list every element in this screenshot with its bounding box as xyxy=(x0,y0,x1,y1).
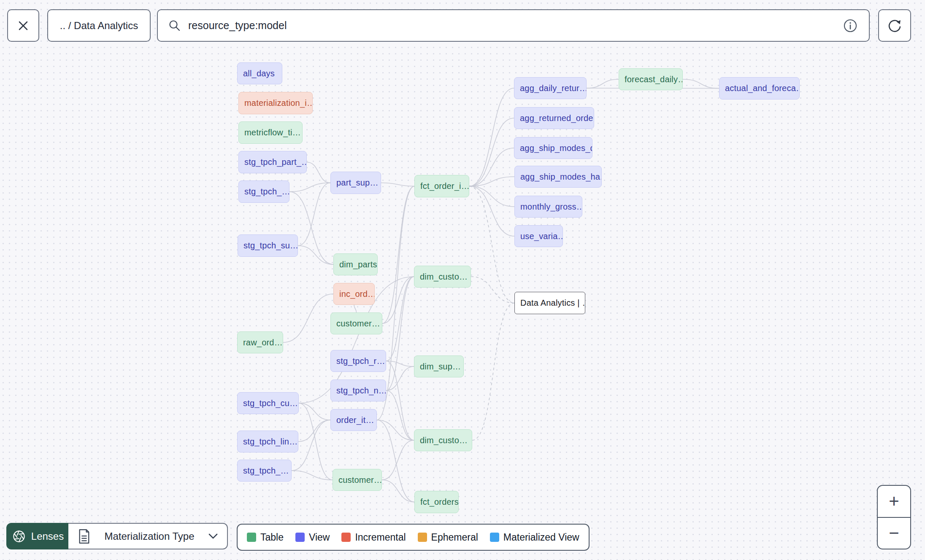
graph-edge xyxy=(382,480,414,502)
graph-edge xyxy=(469,186,514,303)
zoom-control[interactable]: + − xyxy=(877,485,911,549)
graph-node-materialization_i[interactable]: materialization_i… xyxy=(238,92,313,114)
graph-node-order_it[interactable]: order_it… xyxy=(330,409,377,431)
graph-edge xyxy=(386,390,414,440)
graph-node-stg_tpch_n[interactable]: stg_tpch_n… xyxy=(330,380,386,401)
graph-edge xyxy=(472,303,514,441)
legend-item: View xyxy=(295,532,330,543)
graph-node-dim_parts[interactable]: dim_parts xyxy=(333,253,378,275)
zoom-out-button[interactable]: − xyxy=(878,518,910,549)
graph-edge xyxy=(471,277,514,303)
refresh-icon xyxy=(885,16,904,35)
graph-node-raw_ord[interactable]: raw_ord… xyxy=(237,331,283,353)
legend-swatch xyxy=(247,533,256,542)
graph-node-stg_tpch_cu[interactable]: stg_tpch_cu… xyxy=(237,392,299,414)
legend-label: Ephemeral xyxy=(431,532,478,543)
graph-node-part_sup[interactable]: part_sup… xyxy=(330,172,381,194)
graph-edge xyxy=(382,277,414,323)
graph-node-monthly_gross[interactable]: monthly_gross… xyxy=(514,196,582,218)
graph-node-dim_custo_2[interactable]: dim_custo… xyxy=(414,429,472,451)
materialization-legend: TableViewIncrementalEphemeralMaterialize… xyxy=(237,524,590,551)
graph-node-stg_tpch_part[interactable]: stg_tpch_part_… xyxy=(238,151,307,173)
legend-item: Ephemeral xyxy=(418,532,478,543)
graph-edge xyxy=(299,403,330,420)
graph-node-forecast_daily[interactable]: forecast_daily… xyxy=(619,68,683,90)
graph-edge xyxy=(683,79,719,89)
lens-selector[interactable]: Materialization Type xyxy=(68,523,228,549)
search-icon xyxy=(168,19,181,32)
graph-edge xyxy=(469,118,514,186)
legend-label: View xyxy=(309,532,330,543)
graph-node-data_analytics[interactable]: Data Analytics | … xyxy=(514,292,585,314)
graph-edge xyxy=(386,361,414,440)
graph-edge xyxy=(354,305,357,312)
graph-node-dim_sup[interactable]: dim_sup… xyxy=(414,355,464,377)
graph-edge xyxy=(377,420,414,502)
graph-edge xyxy=(289,183,330,192)
graph-node-stg_tpch_5[interactable]: stg_tpch_… xyxy=(238,180,289,203)
search-input[interactable] xyxy=(187,19,836,32)
graph-edge xyxy=(298,246,333,265)
graph-edge xyxy=(298,420,330,442)
graph-node-customer[interactable]: customer… xyxy=(330,312,382,334)
graph-edge xyxy=(299,403,333,480)
graph-node-metricflow_ti[interactable]: metricflow_ti… xyxy=(238,121,303,144)
close-icon xyxy=(16,19,30,33)
chevron-down-icon xyxy=(208,533,218,539)
breadcrumb-label: .. / Data Analytics xyxy=(60,20,138,32)
graph-node-stg_tpch_lin[interactable]: stg_tpch_lin… xyxy=(237,431,298,452)
graph-edge xyxy=(381,183,414,186)
legend-swatch xyxy=(490,533,499,542)
graph-edge xyxy=(292,471,333,480)
graph-node-fct_order_i[interactable]: fct_order_i… xyxy=(414,175,469,197)
graph-node-stg_tpch_r[interactable]: stg_tpch_r… xyxy=(330,350,386,372)
graph-node-agg_daily_retur[interactable]: agg_daily_retur… xyxy=(514,77,587,99)
search-bar[interactable] xyxy=(157,9,870,42)
breadcrumb[interactable]: .. / Data Analytics xyxy=(47,9,151,42)
aperture-icon xyxy=(11,528,27,544)
zoom-in-button[interactable]: + xyxy=(878,486,910,518)
graph-edge xyxy=(307,162,330,183)
legend-swatch xyxy=(418,533,427,542)
graph-node-fct_orders[interactable]: fct_orders xyxy=(414,491,459,513)
graph-node-actual_and_foreca[interactable]: actual_and_foreca… xyxy=(719,77,800,100)
legend-item: Table xyxy=(247,532,284,543)
graph-edge xyxy=(382,186,414,324)
graph-node-customer_2[interactable]: customer… xyxy=(333,469,382,491)
graph-node-stg_tpch_su[interactable]: stg_tpch_su… xyxy=(238,234,298,257)
lens-selected-label: Materialization Type xyxy=(97,530,202,542)
graph-edge xyxy=(298,183,330,246)
graph-node-dim_custo[interactable]: dim_custo… xyxy=(414,266,471,288)
graph-edge xyxy=(469,148,514,186)
graph-node-use_varia[interactable]: use_varia… xyxy=(514,225,563,247)
lenses-button[interactable]: Lenses xyxy=(6,523,68,549)
document-icon xyxy=(78,528,90,544)
graph-node-agg_ship_modes_ha[interactable]: agg_ship_modes_ha… xyxy=(514,166,602,188)
legend-item: Materialized View xyxy=(490,532,579,543)
graph-edge xyxy=(469,88,514,186)
graph-node-agg_ship_modes_d[interactable]: agg_ship_modes_d… xyxy=(514,137,592,159)
graph-edge xyxy=(382,440,414,480)
legend-swatch xyxy=(341,533,351,542)
lenses-control[interactable]: Lenses Materialization Type xyxy=(6,523,228,549)
legend-label: Table xyxy=(260,532,284,543)
legend-label: Materialized View xyxy=(503,532,579,543)
info-icon[interactable] xyxy=(842,17,859,34)
lineage-canvas[interactable]: all_daysmaterialization_i…metricflow_ti…… xyxy=(0,0,925,560)
graph-node-inc_ord[interactable]: inc_ord… xyxy=(333,283,375,305)
legend-label: Incremental xyxy=(355,532,406,543)
graph-node-agg_returned_orde[interactable]: agg_returned_orde… xyxy=(514,107,594,129)
graph-node-stg_tpch_2[interactable]: stg_tpch_… xyxy=(237,460,292,482)
legend-item: Incremental xyxy=(341,532,406,543)
graph-edge xyxy=(587,79,619,88)
graph-edge xyxy=(469,186,514,237)
lenses-label: Lenses xyxy=(31,530,64,542)
close-button[interactable] xyxy=(7,9,39,42)
legend-swatch xyxy=(295,533,305,542)
graph-edge xyxy=(283,294,333,342)
graph-node-all_days[interactable]: all_days xyxy=(237,62,282,84)
refresh-button[interactable] xyxy=(878,9,911,42)
